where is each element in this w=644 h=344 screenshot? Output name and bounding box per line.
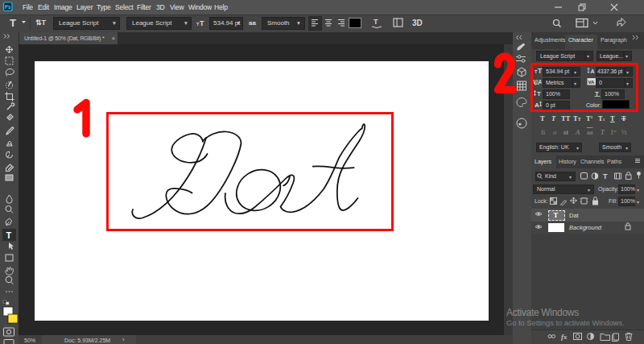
svg-text:Ps: Ps — [5, 4, 11, 10]
